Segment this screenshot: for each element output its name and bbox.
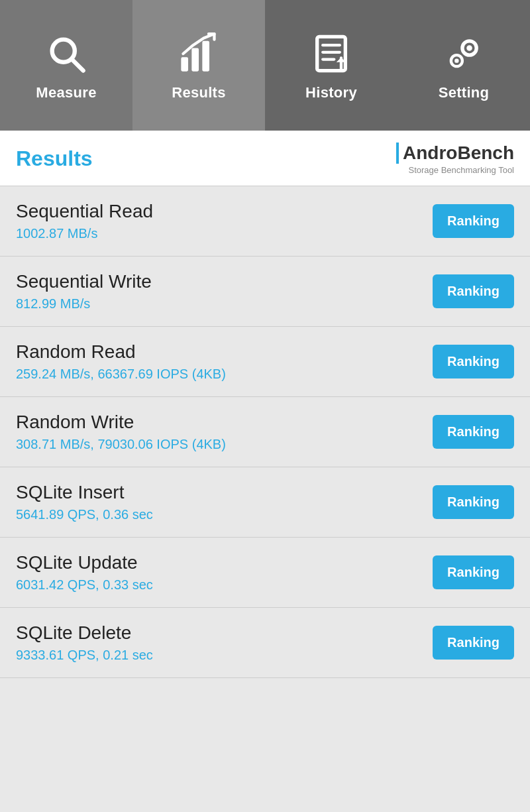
result-info: Random Write 308.71 MB/s, 79030.06 IOPS … bbox=[16, 412, 226, 452]
brand-name: AndroBench bbox=[396, 143, 514, 164]
brand-subtitle: Storage Benchmarking Tool bbox=[409, 165, 514, 175]
result-item: SQLite Delete 9333.61 QPS, 0.21 sec Rank… bbox=[0, 608, 530, 678]
ranking-button[interactable]: Ranking bbox=[433, 415, 514, 449]
result-name: Sequential Read bbox=[16, 201, 153, 222]
svg-rect-3 bbox=[191, 48, 199, 71]
ranking-button[interactable]: Ranking bbox=[433, 345, 514, 378]
nav-history-label: History bbox=[305, 84, 357, 101]
result-value: 259.24 MB/s, 66367.69 IOPS (4KB) bbox=[16, 367, 226, 382]
result-name: Sequential Write bbox=[16, 271, 152, 292]
measure-icon bbox=[42, 30, 90, 78]
svg-line-1 bbox=[72, 59, 83, 70]
brand-bar-decoration bbox=[396, 143, 399, 164]
ranking-button[interactable]: Ranking bbox=[433, 274, 514, 308]
result-value: 5641.89 QPS, 0.36 sec bbox=[16, 507, 153, 522]
result-value: 308.71 MB/s, 79030.06 IOPS (4KB) bbox=[16, 437, 226, 452]
result-info: SQLite Delete 9333.61 QPS, 0.21 sec bbox=[16, 622, 153, 663]
ranking-button[interactable]: Ranking bbox=[433, 204, 514, 238]
page-header: Results AndroBench Storage Benchmarking … bbox=[0, 131, 530, 186]
result-item: Sequential Write 812.99 MB/s Ranking bbox=[0, 257, 530, 327]
result-value: 812.99 MB/s bbox=[16, 296, 152, 312]
result-info: SQLite Insert 5641.89 QPS, 0.36 sec bbox=[16, 482, 153, 522]
result-info: Sequential Read 1002.87 MB/s bbox=[16, 201, 153, 241]
nav-item-measure[interactable]: Measure bbox=[0, 0, 132, 131]
result-item: Sequential Read 1002.87 MB/s Ranking bbox=[0, 186, 530, 257]
ranking-button[interactable]: Ranking bbox=[433, 555, 514, 589]
results-list: Sequential Read 1002.87 MB/s Ranking Seq… bbox=[0, 186, 530, 678]
result-name: SQLite Insert bbox=[16, 482, 153, 503]
result-name: Random Write bbox=[16, 412, 226, 433]
result-name: SQLite Delete bbox=[16, 622, 153, 644]
svg-rect-4 bbox=[202, 40, 209, 71]
brand-area: AndroBench Storage Benchmarking Tool bbox=[396, 143, 514, 175]
setting-icon bbox=[440, 30, 488, 78]
page-title: Results bbox=[16, 146, 93, 171]
result-item: Random Write 308.71 MB/s, 79030.06 IOPS … bbox=[0, 397, 530, 467]
result-value: 9333.61 QPS, 0.21 sec bbox=[16, 648, 153, 663]
result-info: Sequential Write 812.99 MB/s bbox=[16, 271, 152, 312]
result-info: SQLite Update 6031.42 QPS, 0.33 sec bbox=[16, 552, 153, 593]
result-item: SQLite Insert 5641.89 QPS, 0.36 sec Rank… bbox=[0, 467, 530, 538]
nav-setting-label: Setting bbox=[439, 84, 490, 101]
result-item: SQLite Update 6031.42 QPS, 0.33 sec Rank… bbox=[0, 538, 530, 608]
history-icon bbox=[307, 30, 355, 78]
nav-measure-label: Measure bbox=[36, 84, 96, 101]
svg-point-11 bbox=[466, 45, 472, 51]
nav-item-results[interactable]: Results bbox=[132, 0, 265, 131]
result-name: SQLite Update bbox=[16, 552, 153, 573]
svg-point-13 bbox=[454, 58, 458, 62]
nav-bar: Measure Results History bbox=[0, 0, 530, 131]
ranking-button[interactable]: Ranking bbox=[433, 485, 514, 519]
results-icon bbox=[175, 30, 223, 78]
ranking-button[interactable]: Ranking bbox=[433, 626, 514, 660]
result-item: Random Read 259.24 MB/s, 66367.69 IOPS (… bbox=[0, 327, 530, 397]
result-info: Random Read 259.24 MB/s, 66367.69 IOPS (… bbox=[16, 341, 226, 382]
svg-rect-2 bbox=[181, 57, 188, 71]
result-name: Random Read bbox=[16, 341, 226, 363]
nav-results-label: Results bbox=[172, 84, 226, 101]
nav-item-setting[interactable]: Setting bbox=[398, 0, 530, 131]
nav-item-history[interactable]: History bbox=[265, 0, 398, 131]
result-value: 6031.42 QPS, 0.33 sec bbox=[16, 577, 153, 593]
result-value: 1002.87 MB/s bbox=[16, 226, 153, 241]
